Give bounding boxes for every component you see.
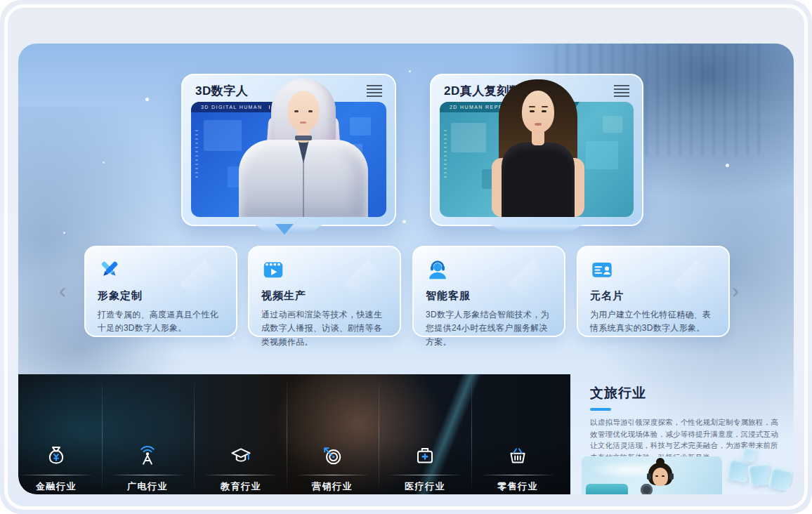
industry-education[interactable]: 教育行业 [198,442,284,493]
preview-button [586,484,628,494]
industry-finance[interactable]: 金融行业 [18,442,99,493]
label-divider [480,475,555,475]
industries-band: 金融行业 广电行业 教育行业 [18,374,570,494]
video-clip-icon [261,258,285,282]
id-card-icon [590,258,614,282]
industry-marketing[interactable]: 营销行业 [289,442,375,493]
label-divider [295,475,369,475]
column-divider [102,380,103,489]
industry-label: 金融行业 [36,480,77,493]
detail-preview-image [582,456,722,494]
column-divider [287,380,287,489]
industry-broadcast[interactable]: 广电行业 [105,442,190,493]
label-divider [110,475,185,475]
feature-card-video-production[interactable]: 视频生产 通过动画和渲染等技术，快速生成数字人播报、访谈、剧情等各类视频作品。 [248,246,401,337]
shopping-basket-icon [504,442,532,470]
feature-card-meta-business-card[interactable]: 元名片 为用户建立个性化特征精确、表情系统真实的3D数字人形象。 [577,246,730,337]
avatar-3d-woman [191,75,386,217]
microphone-icon [641,484,653,494]
graduation-cap-icon [227,442,255,470]
feature-description: 3D数字人形象结合智能技术，为您提供24小时在线客户服务解决方案。 [426,308,552,349]
detail-title: 文旅行业 [590,384,646,402]
column-divider [379,380,379,489]
hero-card-2d[interactable]: 2D真人复刻数字人 2D HUMAN REPRODUCTION DIGITAL … [430,74,643,226]
ice-cube-decoration [740,446,757,463]
feature-title: 形象定制 [98,289,224,303]
feature-description: 为用户建立个性化特征精确、表情系统真实的3D数字人形象。 [590,308,716,336]
carousel-prev-button[interactable]: ‹ [53,277,72,305]
carousel-next-button[interactable]: › [726,277,745,305]
column-divider [471,380,472,489]
feature-description: 打造专属的、高度逼真且个性化十足的3D数字人形象。 [98,308,224,336]
label-divider [19,475,93,475]
industry-label: 医疗行业 [405,480,445,493]
crossed-pens-icon [98,258,122,282]
feature-title: 元名片 [590,289,716,303]
target-arrow-icon [318,442,346,470]
column-divider [194,380,195,489]
industry-label: 广电行业 [127,480,168,493]
hero-card-3d[interactable]: 3D数字人 3D DIGITAL HUMAN [181,74,396,226]
accent-underline [590,408,611,411]
broadcast-tower-icon [133,442,162,470]
feature-card-image-customization[interactable]: 形象定制 打造专属的、高度逼真且个性化十足的3D数字人形象。 [84,246,237,337]
label-divider [204,475,278,475]
headset-agent-icon [426,258,450,282]
main-window: 3D数字人 3D DIGITAL HUMAN [18,44,794,494]
page: 3D数字人 3D DIGITAL HUMAN [0,0,812,514]
industry-medical[interactable]: 医疗行业 [382,442,468,493]
industry-retail[interactable]: 零售行业 [475,442,561,493]
ice-cube-decoration [768,466,793,492]
feature-description: 通过动画和渲染等技术，快速生成数字人播报、访谈、剧情等各类视频作品。 [261,308,388,349]
industry-detail-panel: 文旅行业 以虚拟导游引领深度探索，个性化规划定制专属旅程，高效管理优化现场体验，… [570,374,794,494]
label-divider [388,475,462,475]
active-card-pointer-icon [275,224,294,235]
medical-kit-icon [411,442,439,470]
ice-cube-decoration [726,458,751,483]
ice-cube-decoration [747,463,771,487]
avatar-2d-woman [440,75,634,217]
feature-title: 视频生产 [261,289,388,303]
industry-label: 零售行业 [497,480,538,493]
money-bag-icon [42,442,70,470]
industry-label: 教育行业 [221,480,261,493]
industry-label: 营销行业 [312,480,353,493]
feature-card-smart-customer-service[interactable]: 智能客服 3D数字人形象结合智能技术，为您提供24小时在线客户服务解决方案。 [412,246,565,337]
feature-title: 智能客服 [426,289,552,303]
